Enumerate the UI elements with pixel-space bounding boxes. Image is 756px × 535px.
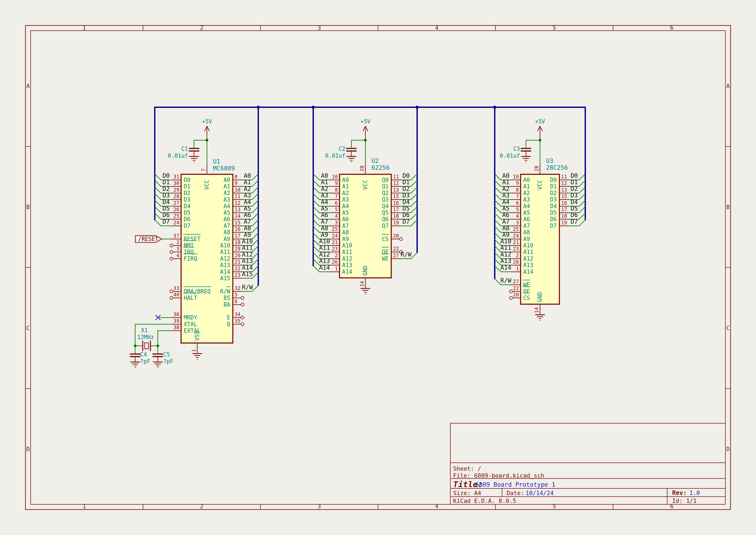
u2-pin-we-number: 27 bbox=[393, 253, 399, 258]
net-label-a4-u1: A4 bbox=[244, 198, 251, 206]
u1-pin-a3-number: 11 bbox=[234, 193, 241, 199]
u3-pin-d3-name: D3 bbox=[550, 196, 557, 203]
u1-pin-d7-name: D7 bbox=[184, 223, 190, 229]
net-label-a7-u3: A7 bbox=[502, 218, 510, 225]
u2-value: 62256 bbox=[371, 164, 390, 171]
net-label-d7-u2: D7 bbox=[402, 218, 410, 225]
u3-pin-a6-number: 4 bbox=[516, 213, 519, 219]
u1-pin-halt-name: HALT bbox=[184, 295, 197, 301]
u3-pin-gnd-number: 14 bbox=[534, 307, 539, 313]
net-label-d6-u1: D6 bbox=[163, 211, 170, 218]
size-label: Size: A4 bbox=[453, 490, 481, 496]
bus-junction bbox=[493, 106, 496, 109]
net-label-d1-u2: D1 bbox=[402, 179, 410, 186]
title-value: 6809 Board Prototype 1 bbox=[475, 481, 555, 488]
u1-pin-a14-name: A14 bbox=[220, 268, 230, 275]
u3-pin-a10-name: A10 bbox=[523, 242, 533, 249]
u2-pin-a3-name: A3 bbox=[342, 196, 349, 203]
u1-pin-ba-number: 6 bbox=[234, 298, 237, 304]
net-label-d3-u3: D3 bbox=[571, 192, 578, 199]
u1-pin-nmi-name: NMI bbox=[184, 242, 194, 249]
ruler-col-top-4: 4 bbox=[435, 25, 439, 31]
net-label-a0-u2: A0 bbox=[321, 172, 328, 179]
u3-pin-a6-name: A6 bbox=[523, 216, 530, 222]
net-label-a5-u1: A5 bbox=[244, 205, 251, 212]
u1-pin-a13-number: 21 bbox=[234, 259, 241, 265]
net-label-d2-u1: D2 bbox=[163, 185, 170, 192]
u1-pin-a9-number: 17 bbox=[234, 233, 241, 239]
ruler-row-right-B: B bbox=[726, 204, 730, 210]
u2-pin-q7-name: Q7 bbox=[382, 223, 389, 229]
u1-pin-nmi-number: 2 bbox=[176, 239, 179, 245]
net-label-a13-u3: A13 bbox=[500, 257, 511, 265]
c3-value: 0.01uf bbox=[500, 153, 520, 159]
u3-pin-a5-name: A5 bbox=[523, 210, 530, 216]
u2-pin-q2-name: Q2 bbox=[382, 190, 389, 196]
u1-pin-a8-name: A8 bbox=[224, 229, 230, 236]
u1-pin-dma-breq-number: 33 bbox=[173, 285, 179, 291]
u1-pin-mrdy-name: MRDY bbox=[184, 314, 197, 321]
u3-pin-a7-name: A7 bbox=[523, 223, 530, 229]
u3-pin-a4-number: 6 bbox=[516, 200, 519, 206]
u1-pin-a11-name: A11 bbox=[220, 249, 230, 255]
date-label: Date: bbox=[507, 490, 524, 496]
rev-value: 1.0 bbox=[689, 490, 700, 496]
date-value: 10/14/24 bbox=[526, 490, 554, 496]
u2-pin-a12-name: A12 bbox=[342, 255, 352, 262]
net-label-a7-u1: A7 bbox=[244, 218, 251, 225]
u2-pin-gnd-number: 14 bbox=[359, 281, 365, 287]
u2-pin-vcc-number: 28 bbox=[359, 165, 365, 172]
u2-pin-a3-number: 7 bbox=[335, 193, 338, 199]
u1-pin-ba-name: BA bbox=[224, 301, 230, 308]
net-label-a10-u1: A10 bbox=[242, 238, 253, 245]
c3-ref: C3 bbox=[513, 146, 520, 152]
net-label-d6-u2: D6 bbox=[402, 211, 410, 218]
u1-pin-vss-number: 1 bbox=[191, 349, 197, 352]
net-label-a14-u2: A14 bbox=[319, 264, 330, 271]
u1-pin-a5-name: A5 bbox=[224, 210, 230, 216]
bus-junction bbox=[312, 106, 315, 109]
u2-pin-q3-number: 15 bbox=[393, 193, 399, 199]
u1-pin-r-w-number: 32 bbox=[234, 285, 241, 291]
u1-pin-a6-name: A6 bbox=[224, 216, 230, 222]
u3-pin-a2-name: A2 bbox=[523, 190, 530, 196]
u1-pin-xtal-number: 39 bbox=[173, 318, 179, 324]
u3-pin-a11-name: A11 bbox=[523, 249, 533, 255]
net-label-a6-u3: A6 bbox=[502, 211, 510, 218]
ruler-col-top-3: 3 bbox=[317, 25, 321, 31]
ruler-row-right-D: D bbox=[726, 446, 730, 452]
u3-pin-d6-name: D6 bbox=[550, 216, 557, 222]
u2-pin-a0-name: A0 bbox=[342, 177, 349, 183]
u1-pin-dma-breq-name: DMA/BREQ bbox=[184, 288, 211, 295]
u3-pin-d7-number: 19 bbox=[561, 220, 567, 225]
u1-pin-d3-name: D3 bbox=[184, 196, 190, 203]
x1-value: 12MHz bbox=[137, 334, 154, 340]
u1-pin-a4-number: 12 bbox=[234, 200, 241, 206]
bus-junction bbox=[257, 106, 260, 109]
u2-pin-cs-number: 20 bbox=[393, 233, 399, 239]
u2-pin-q1-number: 12 bbox=[393, 180, 399, 186]
u1-pin-a0-number: 8 bbox=[234, 174, 237, 180]
net-label-a4-u2: A4 bbox=[321, 198, 328, 206]
u1-pin-irq-number: 3 bbox=[176, 246, 179, 252]
u1-pin-firq-name: FIRQ bbox=[184, 255, 197, 262]
u2-pin-a9-name: A9 bbox=[342, 236, 349, 242]
u2-pin-oe-name: OE bbox=[382, 249, 389, 255]
u2-reference: U2 bbox=[371, 157, 379, 164]
u2-pin-q6-number: 18 bbox=[393, 213, 399, 219]
u1-pin-a11-number: 19 bbox=[234, 246, 241, 252]
u1-pin-firq-number: 4 bbox=[176, 253, 179, 258]
net-label-a8-u3: A8 bbox=[502, 225, 510, 232]
u1-pin-e-name: E bbox=[227, 314, 230, 321]
ruler-row-left-B: B bbox=[26, 204, 30, 210]
u1-pin-vcc-number: 7 bbox=[201, 168, 206, 172]
ruler-col-top-5: 5 bbox=[553, 25, 556, 31]
u3-pin-d1-name: D1 bbox=[550, 183, 557, 190]
ruler-row-right-A: A bbox=[726, 83, 730, 89]
net-label-d0-u2: D0 bbox=[402, 172, 410, 179]
u2-pin-a4-number: 6 bbox=[335, 200, 338, 206]
net-label-d7-u1: D7 bbox=[163, 218, 170, 225]
net-label-r-w-u1: R/W bbox=[242, 284, 253, 291]
u1-pin-d5-name: D5 bbox=[184, 210, 190, 216]
net-label-d3-u2: D3 bbox=[402, 192, 410, 199]
